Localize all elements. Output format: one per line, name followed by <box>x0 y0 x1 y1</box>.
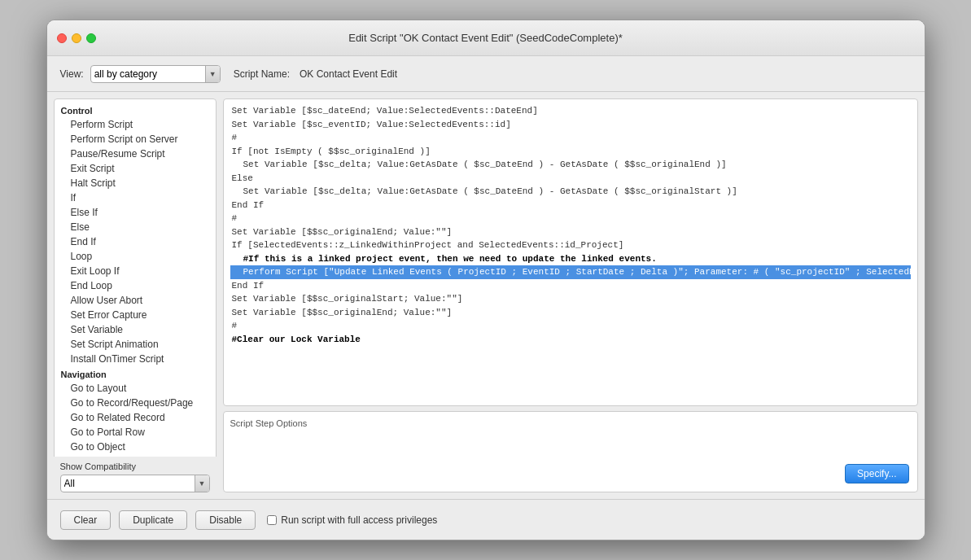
run-with-access-checkbox[interactable] <box>267 515 277 525</box>
sidebar-item-set-variable[interactable]: Set Variable <box>55 322 216 337</box>
script-line-1[interactable]: Set Variable [$sc_eventID; Value:Selecte… <box>230 118 911 132</box>
sidebar-item-halt-script[interactable]: Halt Script <box>55 176 216 190</box>
sidebar-item-go-to-record-request-page[interactable]: Go to Record/Request/Page <box>55 396 216 410</box>
script-line-13[interactable]: End If <box>230 279 911 293</box>
sidebar-item-go-to-object[interactable]: Go to Object <box>55 440 216 454</box>
script-content[interactable]: Set Variable [$sc_dateEnd; Value:Selecte… <box>224 99 917 405</box>
sidebar-wrapper: ControlPerform ScriptPerform Script on S… <box>54 98 217 457</box>
script-line-11[interactable]: #If this is a linked project event, then… <box>230 252 911 266</box>
script-line-6[interactable]: Set Variable [$sc_delta; Value:GetAsDate… <box>230 185 911 199</box>
sidebar-item-else[interactable]: Else <box>55 220 216 234</box>
sidebar-item-if[interactable]: If <box>55 190 216 205</box>
sidebar-item-go-to-portal-row[interactable]: Go to Portal Row <box>55 425 216 440</box>
compat-section: Show Compatibility All ▼ <box>54 457 217 492</box>
window-title: Edit Script "OK Contact Event Edit" (See… <box>348 32 623 44</box>
script-line-5[interactable]: Else <box>230 172 911 186</box>
compat-select-arrow-icon: ▼ <box>195 475 209 492</box>
script-line-16[interactable]: # <box>230 319 911 333</box>
script-line-17[interactable]: #Clear our Lock Variable <box>230 333 911 347</box>
left-panel: ControlPerform ScriptPerform Script on S… <box>54 98 217 492</box>
sidebar-item-install-ontimer-script[interactable]: Install OnTimer Script <box>55 352 216 366</box>
duplicate-button[interactable]: Duplicate <box>119 510 187 530</box>
close-button[interactable] <box>57 33 67 43</box>
view-label: View: <box>60 68 84 80</box>
clear-button[interactable]: Clear <box>60 510 112 530</box>
maximize-button[interactable] <box>86 33 96 43</box>
script-line-8[interactable]: # <box>230 212 911 225</box>
script-options-panel: Script Step Options Specify... <box>223 411 918 492</box>
disable-button[interactable]: Disable <box>195 510 256 530</box>
sidebar-item-perform-script[interactable]: Perform Script <box>55 117 216 132</box>
compat-select[interactable]: All <box>61 475 195 492</box>
sidebar-item-perform-script-on-server[interactable]: Perform Script on Server <box>55 132 216 147</box>
script-options-title: Script Step Options <box>230 418 911 428</box>
toolbar: View: all by category ▼ Script Name: OK … <box>47 56 925 92</box>
script-line-4[interactable]: Set Variable [$sc_delta; Value:GetAsDate… <box>230 158 911 172</box>
script-line-12[interactable]: Perform Script ["Update Linked Events ( … <box>230 265 911 279</box>
script-editor: Set Variable [$sc_dateEnd; Value:Selecte… <box>223 98 918 406</box>
script-name-label: Script Name: <box>234 68 290 80</box>
minimize-button[interactable] <box>72 33 81 43</box>
script-line-9[interactable]: Set Variable [$$sc_originalEnd; Value:""… <box>230 225 911 239</box>
bottom-bar: Clear Duplicate Disable Run script with … <box>47 499 925 540</box>
sidebar-item-pause-resume-script[interactable]: Pause/Resume Script <box>55 147 216 161</box>
sidebar: ControlPerform ScriptPerform Script on S… <box>54 98 217 457</box>
view-select-arrow-icon: ▼ <box>205 66 220 82</box>
sidebar-item-exit-script[interactable]: Exit Script <box>55 161 216 176</box>
sidebar-item-set-script-animation[interactable]: Set Script Animation <box>55 337 216 352</box>
main-window: Edit Script "OK Contact Event Edit" (See… <box>46 20 925 540</box>
specify-button[interactable]: Specify... <box>845 464 908 483</box>
sidebar-item-loop[interactable]: Loop <box>55 249 216 264</box>
sidebar-category-navigation: Navigation <box>55 366 216 381</box>
script-line-2[interactable]: # <box>230 131 911 145</box>
sidebar-item-else-if[interactable]: Else If <box>55 205 216 220</box>
sidebar-item-end-if[interactable]: End If <box>55 234 216 249</box>
script-line-15[interactable]: Set Variable [$$sc_originalEnd; Value:""… <box>230 306 911 320</box>
main-content: ControlPerform ScriptPerform Script on S… <box>47 92 925 499</box>
compat-label: Show Compatibility <box>60 462 210 471</box>
sidebar-item-end-loop[interactable]: End Loop <box>55 278 216 293</box>
sidebar-item-exit-loop-if[interactable]: Exit Loop If <box>55 264 216 278</box>
script-line-7[interactable]: End If <box>230 199 911 212</box>
traffic-lights <box>57 33 96 43</box>
script-line-14[interactable]: Set Variable [$$sc_originalStart; Value:… <box>230 292 911 306</box>
sidebar-item-go-to-related-record[interactable]: Go to Related Record <box>55 410 216 425</box>
run-with-access-label: Run script with full access privileges <box>281 514 437 526</box>
view-select[interactable]: all by category <box>91 66 205 82</box>
script-line-10[interactable]: If [SelectedEvents::z_LinkedWithinProjec… <box>230 238 911 252</box>
sidebar-item-go-to-layout[interactable]: Go to Layout <box>55 381 216 396</box>
titlebar: Edit Script "OK Contact Event Edit" (See… <box>47 20 925 56</box>
sidebar-item-set-error-capture[interactable]: Set Error Capture <box>55 308 216 322</box>
script-line-3[interactable]: If [not IsEmpty ( $$sc_originalEnd )] <box>230 145 911 159</box>
compat-select-container[interactable]: All ▼ <box>60 475 210 492</box>
sidebar-item-allow-user-abort[interactable]: Allow User Abort <box>55 293 216 308</box>
sidebar-category-control: Control <box>55 103 216 117</box>
view-select-container[interactable]: all by category ▼ <box>90 65 221 83</box>
run-with-access-container: Run script with full access privileges <box>267 514 437 526</box>
script-line-0[interactable]: Set Variable [$sc_dateEnd; Value:Selecte… <box>230 104 911 118</box>
right-panel: Set Variable [$sc_dateEnd; Value:Selecte… <box>223 98 918 492</box>
script-name-value: OK Contact Event Edit <box>300 68 397 80</box>
